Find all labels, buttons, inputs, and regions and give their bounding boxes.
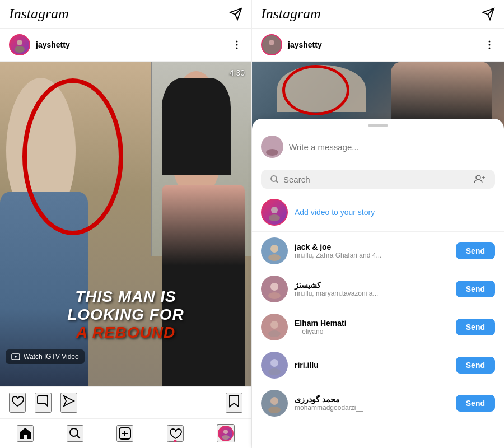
right-panel: Instagram jayshetty bbox=[252, 0, 504, 448]
svg-marker-8 bbox=[15, 356, 17, 358]
svg-point-42 bbox=[270, 397, 278, 405]
svg-point-22 bbox=[489, 41, 491, 43]
story-row[interactable]: Add video to your story bbox=[252, 193, 504, 232]
right-header: Instagram bbox=[252, 0, 504, 29]
svg-point-16 bbox=[223, 430, 228, 434]
svg-line-28 bbox=[276, 181, 278, 183]
svg-point-35 bbox=[268, 254, 281, 261]
like-button[interactable] bbox=[9, 393, 26, 413]
nav-search[interactable] bbox=[67, 425, 83, 442]
svg-point-24 bbox=[489, 48, 491, 49]
search-input[interactable] bbox=[283, 175, 474, 184]
contact-name-3: riri.illu bbox=[295, 361, 449, 370]
contact-row: jack & joe riri.illu, Zahra Ghafari and … bbox=[252, 232, 504, 270]
header-icons-left bbox=[229, 7, 242, 21]
send-button-4[interactable]: Send bbox=[456, 395, 495, 412]
contact-name-4: محمد گودرزی bbox=[295, 395, 449, 404]
svg-point-41 bbox=[268, 368, 281, 375]
send-button-2[interactable]: Send bbox=[456, 319, 495, 335]
svg-point-20 bbox=[269, 40, 274, 45]
svg-point-6 bbox=[236, 48, 238, 49]
drag-handle[interactable] bbox=[368, 124, 388, 127]
contact-avatar-4 bbox=[261, 390, 288, 417]
overlay-line1: THIS MAN IS bbox=[6, 288, 246, 306]
message-input[interactable] bbox=[289, 142, 495, 152]
instagram-logo-left: Instagram bbox=[9, 6, 69, 22]
video-container[interactable]: 4:30 THIS MAN IS LOOKING FOR A REBOUND W… bbox=[0, 62, 251, 386]
svg-point-36 bbox=[270, 283, 278, 291]
more-options-right[interactable] bbox=[484, 39, 495, 50]
share-sheet: Add video to your story jack & joe riri.… bbox=[252, 119, 504, 448]
svg-point-21 bbox=[267, 46, 277, 53]
comment-button[interactable] bbox=[35, 393, 52, 413]
right-user-bar: jayshetty bbox=[252, 29, 504, 62]
search-icon bbox=[270, 175, 279, 184]
svg-point-43 bbox=[268, 407, 281, 413]
username-left: jayshetty bbox=[36, 40, 70, 49]
notification-dot bbox=[174, 440, 176, 442]
svg-point-3 bbox=[15, 46, 25, 53]
red-oval-highlight bbox=[22, 78, 123, 235]
svg-line-12 bbox=[77, 435, 80, 438]
contact-info-3: riri.illu bbox=[295, 361, 449, 370]
user-info-right: jayshetty bbox=[261, 34, 322, 55]
direct-messages-icon-right[interactable] bbox=[482, 7, 495, 21]
header-icons-right bbox=[482, 7, 495, 21]
contact-info-4: محمد گودرزی mohammadgoodarzi__ bbox=[295, 395, 449, 412]
bottom-nav bbox=[0, 418, 251, 448]
contact-name-1: کشیستژ bbox=[295, 281, 449, 290]
contact-info-2: Elham Hemati __eliyano__ bbox=[295, 319, 449, 335]
nav-heart[interactable] bbox=[167, 425, 184, 442]
contact-row: riri.illu Send bbox=[252, 346, 504, 384]
contact-avatar-2 bbox=[261, 314, 288, 340]
sender-avatar bbox=[261, 136, 283, 158]
contact-sub-4: mohammadgoodarzi__ bbox=[295, 404, 449, 412]
nav-profile[interactable] bbox=[217, 424, 235, 442]
add-people-icon[interactable] bbox=[474, 173, 486, 185]
contact-info-1: کشیستژ riri.illu, maryam.tavazoni a... bbox=[295, 281, 449, 297]
svg-point-37 bbox=[268, 292, 281, 299]
contact-avatar-1 bbox=[261, 276, 288, 302]
watch-igtv-label[interactable]: Watch IGTV Video bbox=[6, 349, 85, 364]
svg-point-5 bbox=[236, 44, 238, 46]
svg-marker-10 bbox=[230, 395, 239, 407]
nav-add[interactable] bbox=[116, 425, 133, 442]
contacts-list: jack & joe riri.illu, Zahra Ghafari and … bbox=[252, 232, 504, 448]
send-button-3[interactable]: Send bbox=[456, 357, 495, 374]
svg-point-29 bbox=[476, 175, 480, 180]
avatar-right[interactable] bbox=[261, 34, 282, 55]
svg-point-17 bbox=[222, 435, 230, 440]
contact-avatar-0 bbox=[261, 237, 288, 264]
user-info-left: jayshetty bbox=[9, 34, 70, 55]
svg-point-39 bbox=[268, 330, 281, 337]
contact-sub-2: __eliyano__ bbox=[295, 328, 449, 335]
contact-info-0: jack & joe riri.illu, Zahra Ghafari and … bbox=[295, 242, 449, 259]
contact-row: Elham Hemati __eliyano__ Send bbox=[252, 308, 504, 346]
contact-name-0: jack & joe bbox=[295, 242, 449, 251]
instagram-logo-right: Instagram bbox=[261, 6, 321, 22]
action-left-icons bbox=[9, 393, 77, 413]
svg-point-32 bbox=[271, 207, 278, 213]
share-button[interactable] bbox=[60, 393, 77, 413]
send-button-1[interactable]: Send bbox=[456, 281, 495, 297]
svg-point-38 bbox=[270, 321, 278, 329]
action-bar bbox=[0, 386, 251, 418]
svg-point-26 bbox=[266, 149, 278, 156]
svg-point-4 bbox=[236, 41, 238, 43]
save-button[interactable] bbox=[226, 393, 242, 413]
more-options-left[interactable] bbox=[231, 39, 242, 50]
nav-home[interactable] bbox=[17, 425, 34, 442]
send-button-0[interactable]: Send bbox=[456, 242, 495, 259]
left-header: Instagram bbox=[0, 0, 251, 29]
username-right: jayshetty bbox=[288, 40, 322, 49]
video-text-overlay: THIS MAN IS LOOKING FOR A REBOUND bbox=[0, 288, 251, 342]
direct-messages-icon[interactable] bbox=[229, 7, 242, 21]
contact-sub-1: riri.illu, maryam.tavazoni a... bbox=[295, 290, 449, 297]
overlay-line3: A REBOUND bbox=[6, 324, 246, 342]
avatar-left[interactable] bbox=[9, 34, 30, 55]
svg-point-40 bbox=[270, 359, 278, 367]
add-to-story-label: Add video to your story bbox=[295, 208, 375, 217]
left-panel: Instagram jayshetty bbox=[0, 0, 252, 448]
contact-name-2: Elham Hemati bbox=[295, 319, 449, 328]
svg-point-23 bbox=[489, 44, 491, 46]
